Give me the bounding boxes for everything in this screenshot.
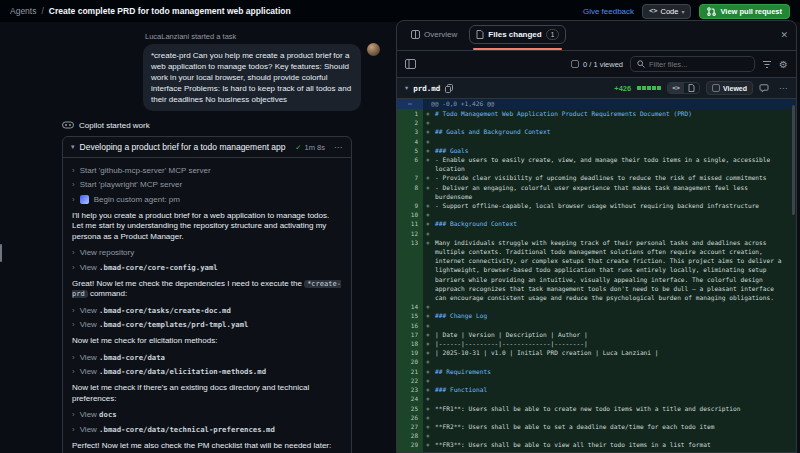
- line-number[interactable]: 5: [397, 146, 423, 155]
- addition-marker: +: [426, 109, 430, 118]
- diff-line: 26+: [397, 413, 796, 422]
- addition-marker: +: [426, 348, 430, 357]
- file-name[interactable]: prd.md: [413, 84, 440, 93]
- step-code[interactable]: ›View .bmad-core/data/elicitation-method…: [72, 367, 342, 376]
- viewed-button[interactable]: Viewed: [706, 81, 753, 95]
- addition-marker: +: [426, 404, 430, 413]
- diff-line: 9+- Support offline-capable, local brows…: [397, 201, 796, 210]
- addition-marker: +: [426, 367, 430, 376]
- line-number[interactable]: 26: [397, 413, 423, 422]
- line-number[interactable]: 25: [397, 404, 423, 413]
- line-number[interactable]: 8: [397, 183, 423, 201]
- viewed-all-checkbox[interactable]: [571, 60, 579, 68]
- line-number[interactable]: 19: [397, 348, 423, 357]
- line-number[interactable]: 23: [397, 385, 423, 394]
- line-number[interactable]: 14: [397, 302, 423, 311]
- diff-line: 20+: [397, 357, 796, 366]
- filter-files-input[interactable]: [649, 60, 748, 69]
- filter-files-search[interactable]: [630, 56, 755, 72]
- addition-marker: +: [426, 311, 430, 320]
- step-code[interactable]: ›View .bmad-core/data/technical-preferen…: [72, 425, 342, 434]
- line-number[interactable]: 22: [397, 376, 423, 385]
- task-card-header[interactable]: ▾ Developing a product brief for a todo …: [63, 137, 351, 158]
- line-number[interactable]: 12: [397, 229, 423, 238]
- rendered-view-icon[interactable]: [684, 83, 699, 93]
- chevron-right-icon: ›: [72, 425, 75, 434]
- user-message-row: LucaLanziani started a task *create-prd …: [0, 22, 396, 111]
- tab-files-changed[interactable]: Files changed 1: [469, 25, 566, 44]
- step[interactable]: ›View repository: [72, 248, 342, 257]
- avatar[interactable]: [367, 43, 380, 56]
- line-number[interactable]: 28: [397, 431, 423, 440]
- step[interactable]: ›Start 'github-mcp-server' MCP server: [72, 166, 342, 175]
- line-number[interactable]: 29: [397, 440, 423, 449]
- close-icon[interactable]: ✕: [780, 30, 788, 40]
- addition-marker: +: [426, 357, 430, 366]
- diff-line-content: +: [423, 394, 796, 403]
- line-number[interactable]: 27: [397, 422, 423, 431]
- diff-view: ⋯ @@ -0,0 +1,426 @@ 1+# Todo Management …: [397, 99, 796, 452]
- view-pull-request-button[interactable]: View pull request: [699, 4, 790, 19]
- line-number[interactable]: 17: [397, 330, 423, 339]
- line-number[interactable]: 3: [397, 127, 423, 136]
- hunk-gutter[interactable]: ⋯: [397, 99, 423, 109]
- addition-marker: +: [426, 219, 430, 228]
- addition-marker: +: [426, 330, 430, 339]
- filter-lines-icon[interactable]: [762, 60, 772, 69]
- give-feedback-link[interactable]: Give feedback: [583, 7, 634, 16]
- step-code[interactable]: ›View .bmad-core/tasks/create-doc.md: [72, 306, 342, 315]
- diff-stat-blocks: [637, 86, 661, 90]
- diff-scrollbar[interactable]: [792, 105, 795, 215]
- tab-overview[interactable]: Overview: [405, 27, 463, 42]
- diff-line-content: +: [423, 118, 796, 127]
- agents-task-page: Agents / Create complete PRD for todo ma…: [0, 0, 800, 453]
- diff-lines: 1+# Todo Management Web Application Prod…: [397, 109, 796, 452]
- line-number[interactable]: 10: [397, 210, 423, 219]
- diff-line-content: +- Deliver an engaging, colorful user ex…: [423, 183, 796, 201]
- line-number[interactable]: 21: [397, 367, 423, 376]
- line-number[interactable]: 30: [397, 450, 423, 452]
- source-rendered-toggle[interactable]: <>: [667, 82, 700, 94]
- step-code[interactable]: ›View docs: [72, 410, 342, 419]
- chevron-right-icon: ›: [72, 320, 75, 329]
- sidebar-toggle-icon[interactable]: [405, 59, 416, 69]
- step-code[interactable]: ›View .bmad-core/templates/prd-tmpl.yaml: [72, 320, 342, 329]
- step-code[interactable]: ›View .bmad-core/core-config.yaml: [72, 263, 342, 272]
- line-number[interactable]: 20: [397, 357, 423, 366]
- line-number[interactable]: 11: [397, 219, 423, 228]
- line-number[interactable]: 1: [397, 109, 423, 118]
- step-code[interactable]: ›View .bmad-core/data: [72, 353, 342, 362]
- line-number[interactable]: 2: [397, 118, 423, 127]
- custom-agent-icon: [80, 195, 89, 204]
- line-number[interactable]: 9: [397, 201, 423, 210]
- copy-icon[interactable]: [445, 84, 453, 93]
- file-kebab-icon[interactable]: ⋯: [779, 84, 788, 93]
- addition-marker: +: [426, 238, 430, 247]
- diff-line-content: +- Enable users to easily create, view, …: [423, 155, 796, 173]
- viewed-progress[interactable]: 0 / 1 viewed: [571, 60, 623, 69]
- source-view-icon[interactable]: <>: [668, 83, 684, 93]
- line-number[interactable]: 24: [397, 394, 423, 403]
- chat-scrollbar[interactable]: [0, 244, 2, 262]
- line-number[interactable]: 18: [397, 339, 423, 348]
- line-number[interactable]: 6: [397, 155, 423, 173]
- breadcrumb-agents[interactable]: Agents: [10, 6, 36, 16]
- line-number[interactable]: 4: [397, 137, 423, 146]
- line-number[interactable]: 16: [397, 321, 423, 330]
- viewed-checkbox[interactable]: [712, 84, 720, 92]
- addition-marker: +: [426, 118, 430, 127]
- addition-marker: +: [426, 210, 430, 219]
- line-number[interactable]: 7: [397, 173, 423, 182]
- addition-marker: +: [426, 201, 430, 210]
- diff-line-content: +| Date | Version | Description | Author…: [423, 330, 796, 339]
- kebab-menu-icon[interactable]: ⋯: [334, 143, 343, 152]
- line-number[interactable]: 15: [397, 311, 423, 320]
- gear-icon[interactable]: ⚙: [779, 59, 788, 70]
- step-agent[interactable]: ›Begin custom agent: pm: [72, 195, 342, 204]
- book-icon: [411, 30, 420, 39]
- code-button[interactable]: <> Code ▾: [642, 4, 691, 19]
- chevron-down-icon[interactable]: ▾: [405, 84, 408, 92]
- step[interactable]: ›Start 'playwright' MCP server: [72, 180, 342, 189]
- line-number[interactable]: 13: [397, 238, 423, 302]
- comment-icon[interactable]: [759, 84, 769, 93]
